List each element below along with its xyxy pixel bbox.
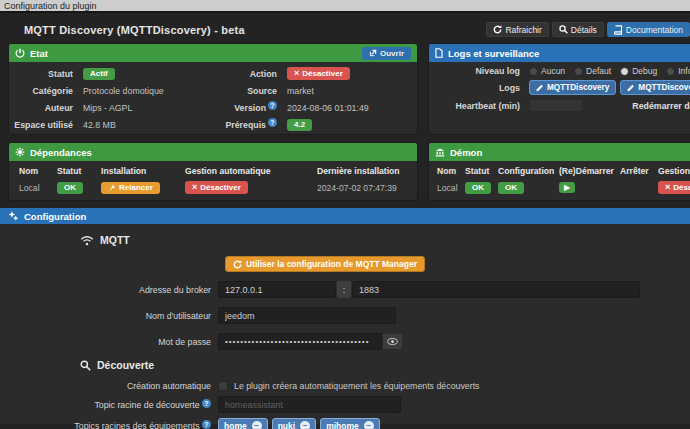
radio-aucun[interactable]: Aucun (529, 66, 565, 76)
details-button[interactable]: Détails (552, 22, 604, 37)
logs-panel-header: Logs et surveillance (429, 44, 690, 62)
log-mqttdiscovery-daemon-button[interactable]: MQTTDiscovery_daemon (620, 80, 690, 95)
col-installation: Installation (99, 163, 183, 179)
decouverte-section-header: Découverte (0, 359, 690, 371)
use-mqtt-manager-button[interactable]: Utiliser la configuration de MQTT Manage… (225, 256, 425, 272)
mqtt-section-header: MQTT (0, 234, 690, 246)
categorie-value: Protocole domotique (83, 83, 205, 98)
details-label: Détails (571, 25, 597, 35)
dep-gestion: Désactiver (183, 179, 315, 196)
version-label: Version (205, 103, 287, 113)
demon-nom: Local (435, 179, 463, 196)
demon-arreter (618, 179, 656, 196)
topic-racine-label-text: Topic racine de découverte (94, 400, 199, 410)
dependances-panel: Dépendances Nom Statut Installation Gest… (8, 142, 418, 201)
radio-label: Info (678, 66, 690, 76)
topic-tag-home[interactable]: home (218, 418, 268, 429)
dep-ok-badge: OK (57, 182, 83, 194)
niveau-log-label: Niveau log (429, 66, 529, 76)
dependances-panel-body: Nom Statut Installation Gestion automati… (9, 161, 417, 200)
logs-panel: Logs et surveillance Niveau log Aucun De… (428, 43, 690, 135)
col-gestion: Gestion automatique (183, 163, 315, 179)
auteur-value: Mips - AGPL (83, 100, 205, 115)
broker-host-input[interactable] (218, 281, 336, 298)
topic-tag-mihome[interactable]: mihome (320, 418, 380, 429)
documentation-button[interactable]: Documentation (607, 22, 690, 37)
source-label: Source (205, 86, 287, 96)
radio-defaut[interactable]: Defaut (574, 66, 611, 76)
username-input[interactable] (218, 307, 396, 324)
status-badge: Actif (83, 68, 115, 80)
x-icon (192, 183, 197, 192)
logs-title: Logs et surveillance (448, 48, 539, 59)
pencil-icon (627, 84, 635, 92)
topics-racines-label-text: Topics racines des équipements (74, 421, 199, 429)
password-row: Mot de passe (0, 333, 690, 350)
external-link-icon (369, 49, 377, 57)
logs-panel-body: Niveau log Aucun Defaut Debug Info Warni… (429, 62, 690, 118)
tag-label: nuki (278, 421, 295, 429)
radio-debug[interactable]: Debug (620, 66, 657, 76)
start-daemon-button[interactable] (559, 182, 575, 193)
demon-configuration: OK (496, 179, 557, 196)
log-button-label: MQTTDiscovery_daemon (638, 83, 690, 92)
version-label-text: Version (234, 103, 266, 113)
demon-table: Nom Statut Configuration (Re)Démarrer Ar… (435, 163, 690, 196)
radio-icon (574, 67, 583, 76)
password-input[interactable] (218, 333, 382, 350)
creation-auto-row: Création automatique Le plugin créera au… (0, 381, 690, 391)
panels-row-2: Dépendances Nom Statut Installation Gest… (0, 142, 690, 201)
table-row: Local OK Relancer Désactiver (17, 179, 411, 196)
topic-tag-nuki[interactable]: nuki (272, 418, 316, 429)
radio-label: Aucun (541, 66, 565, 76)
espace-label: Espace utilisé (9, 120, 83, 130)
remove-tag-icon[interactable] (364, 421, 374, 429)
statut-label: Statut (9, 69, 83, 79)
creation-auto-checkbox[interactable] (218, 381, 228, 391)
help-icon[interactable] (268, 118, 277, 127)
creation-auto-help: Le plugin créera automatiquement les équ… (234, 381, 479, 391)
table-header-row: Nom Statut Configuration (Re)Démarrer Ar… (435, 163, 690, 179)
help-icon[interactable] (202, 420, 211, 429)
refresh-button[interactable]: Rafraichir (486, 22, 548, 37)
etat-panel: Etat Ouvrir Statut Actif Action Désactiv… (8, 43, 418, 135)
help-icon[interactable] (268, 101, 277, 110)
show-password-button[interactable] (382, 333, 403, 350)
demon-redemarrer (557, 179, 618, 196)
relancer-button[interactable]: Relancer (101, 182, 160, 194)
topic-racine-label: Topic racine de découverte (0, 400, 218, 410)
dependances-panel-header: Dépendances (9, 143, 417, 161)
heartbeat-input[interactable] (529, 99, 583, 112)
log-mqttdiscovery-button[interactable]: MQTTDiscovery (529, 80, 616, 95)
disable-plugin-button[interactable]: Désactiver (287, 67, 350, 80)
radio-info[interactable]: Info (666, 66, 690, 76)
statut-value: Actif (83, 66, 205, 81)
dep-installation: Relancer (99, 179, 183, 196)
etat-title: Etat (30, 48, 48, 59)
demon-ok-badge: OK (465, 182, 491, 194)
dep-disable-button[interactable]: Désactiver (185, 181, 248, 194)
demon-gestion: Désactiver (656, 179, 690, 196)
etat-panel-header: Etat Ouvrir (9, 44, 417, 62)
open-label: Ouvrir (380, 49, 404, 58)
window-titlebar: Configuration du plugin (0, 0, 690, 13)
log-level-row: Niveau log Aucun Defaut Debug Info Warni… (429, 66, 690, 76)
demon-disable-button[interactable]: Désactiver (658, 181, 690, 194)
book-icon (614, 25, 623, 35)
remove-tag-icon[interactable] (252, 421, 262, 429)
demon-panel: Démon Nom Statut Configuration (Re)Démar… (428, 142, 690, 201)
host-port-separator: : (337, 281, 351, 298)
etat-panel-body: Statut Actif Action Désactiver Catégorie… (9, 62, 417, 134)
mqtt-section-title: MQTT (100, 234, 130, 246)
remove-tag-icon[interactable] (300, 421, 310, 429)
refresh-label: Rafraichir (505, 25, 541, 35)
power-icon (15, 48, 25, 58)
heartbeat-row: Heartbeat (min) Redémarrer démon (429, 99, 690, 112)
broker-port-input[interactable] (352, 281, 640, 298)
topic-racine-input[interactable] (218, 396, 401, 413)
col-nom: Nom (17, 163, 55, 179)
open-button[interactable]: Ouvrir (362, 47, 411, 60)
help-icon[interactable] (202, 399, 211, 408)
dependances-table: Nom Statut Installation Gestion automati… (17, 163, 411, 196)
demon-title: Démon (450, 147, 482, 158)
